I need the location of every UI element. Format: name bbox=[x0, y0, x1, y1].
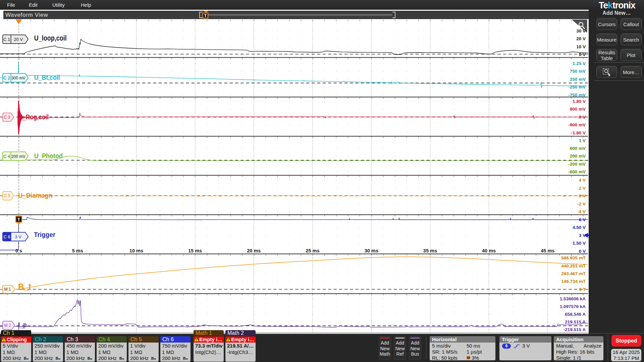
svg-text:-4 V: -4 V bbox=[577, 209, 586, 214]
svg-text:-750 mV: -750 mV bbox=[568, 93, 586, 98]
svg-text:I_p: I_p bbox=[18, 321, 27, 328]
svg-text:40 ms: 40 ms bbox=[482, 248, 496, 253]
svg-text:C 2: C 2 bbox=[3, 75, 10, 80]
svg-text:M 2: M 2 bbox=[4, 323, 11, 328]
svg-text:30 ms: 30 ms bbox=[365, 248, 378, 253]
svg-text:-250 mV: -250 mV bbox=[568, 84, 586, 89]
svg-text:C 4: C 4 bbox=[3, 154, 10, 159]
svg-text:0 V: 0 V bbox=[579, 193, 586, 198]
svg-text:4.50 V: 4.50 V bbox=[573, 225, 586, 230]
svg-text:586.935 mT: 586.935 mT bbox=[561, 255, 586, 260]
svg-text:6 V: 6 V bbox=[579, 217, 586, 222]
svg-text:250 mV: 250 mV bbox=[570, 77, 586, 82]
svg-text:4 V: 4 V bbox=[579, 178, 586, 183]
svg-text:45 ms: 45 ms bbox=[541, 248, 554, 253]
svg-text:M 1: M 1 bbox=[4, 287, 11, 292]
svg-text:300 mV: 300 mV bbox=[11, 76, 25, 80]
svg-text:T: T bbox=[468, 357, 469, 359]
svg-text:0 V: 0 V bbox=[579, 52, 586, 57]
svg-text:3 V: 3 V bbox=[15, 234, 21, 239]
svg-text:T: T bbox=[204, 13, 207, 18]
svg-text:20 ms: 20 ms bbox=[247, 248, 261, 253]
svg-text:U_loop,coil: U_loop,coil bbox=[34, 34, 67, 42]
svg-text:440.201 mT: 440.201 mT bbox=[561, 263, 586, 268]
svg-text:-219.515 A: -219.515 A bbox=[564, 327, 586, 332]
svg-text:200 mV: 200 mV bbox=[570, 154, 586, 159]
svg-text:0 T: 0 T bbox=[579, 287, 586, 292]
svg-text:15 ms: 15 ms bbox=[188, 248, 202, 253]
svg-text:-200 mV: -200 mV bbox=[568, 162, 586, 167]
svg-text:U_Rog,coil: U_Rog,coil bbox=[18, 113, 49, 121]
svg-text:900 mV: 900 mV bbox=[570, 107, 586, 112]
svg-text:1.536606 kA: 1.536606 kA bbox=[560, 296, 586, 301]
svg-text:-2 V: -2 V bbox=[577, 201, 586, 206]
svg-text:U_Diamagn: U_Diamagn bbox=[18, 192, 52, 199]
svg-text:10 ms: 10 ms bbox=[129, 248, 143, 253]
svg-text:U_Photod: U_Photod bbox=[34, 152, 63, 160]
svg-text:Trigger: Trigger bbox=[34, 231, 55, 238]
svg-text:293.467 mT: 293.467 mT bbox=[561, 271, 586, 276]
svg-text:20 V: 20 V bbox=[576, 36, 586, 41]
svg-text:1 V: 1 V bbox=[579, 138, 586, 143]
svg-text:0 V: 0 V bbox=[579, 115, 586, 120]
svg-text:5 ms: 5 ms bbox=[72, 248, 83, 253]
svg-text:C 6: C 6 bbox=[3, 234, 10, 239]
svg-text:C 1: C 1 bbox=[3, 37, 10, 42]
svg-text:658.546 A: 658.546 A bbox=[565, 312, 586, 317]
svg-text:750 mV: 750 mV bbox=[570, 69, 586, 74]
svg-text:25 ms: 25 ms bbox=[306, 248, 319, 253]
svg-text:-600 mV: -600 mV bbox=[568, 169, 586, 174]
svg-text:2 V: 2 V bbox=[579, 186, 586, 191]
svg-text:C 5: C 5 bbox=[4, 193, 10, 198]
svg-text:T: T bbox=[17, 217, 20, 222]
svg-text:10 V: 10 V bbox=[576, 44, 586, 49]
svg-text:0 s: 0 s bbox=[15, 248, 22, 253]
svg-text:600 mV: 600 mV bbox=[570, 146, 586, 151]
svg-text:219.515 A: 219.515 A bbox=[565, 319, 586, 324]
svg-text:1.50 V: 1.50 V bbox=[573, 241, 586, 246]
svg-text:-1.80 V: -1.80 V bbox=[571, 130, 586, 135]
svg-text:1.097576 kA: 1.097576 kA bbox=[560, 304, 586, 309]
svg-text:1.25 V: 1.25 V bbox=[573, 61, 586, 66]
svg-text:20 V: 20 V bbox=[14, 37, 23, 42]
svg-text:U_Bt,coil: U_Bt,coil bbox=[34, 73, 60, 81]
svg-text:B_t: B_t bbox=[18, 282, 31, 292]
svg-text:0 V: 0 V bbox=[579, 249, 586, 254]
svg-text:200 mV: 200 mV bbox=[11, 154, 25, 159]
svg-text:146.734 mT: 146.734 mT bbox=[561, 279, 586, 284]
svg-text:35 ms: 35 ms bbox=[423, 248, 437, 253]
svg-text:C 3: C 3 bbox=[4, 115, 10, 120]
svg-text:1.80 V: 1.80 V bbox=[573, 99, 586, 104]
svg-text:-900 mV: -900 mV bbox=[568, 122, 586, 127]
